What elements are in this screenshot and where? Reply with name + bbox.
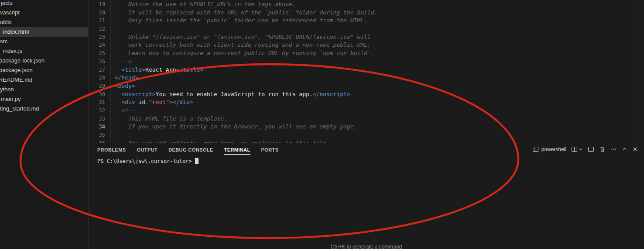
line-number: 29 <box>89 82 105 90</box>
code-line[interactable]: 33 This HTML file is a template. <box>89 115 644 123</box>
sidebar-file-item[interactable]: package-lock.json <box>0 56 88 66</box>
file-label: index.html <box>3 27 29 37</box>
code-line[interactable]: 24 work correctly both with client-side … <box>89 41 644 49</box>
code-line[interactable]: 19 Notice the use of %PUBLIC_URL% in the… <box>89 0 644 9</box>
terminal-instance-powershell[interactable]: powershell <box>532 146 566 152</box>
trash-icon[interactable] <box>599 146 606 152</box>
code-lines: 19 Notice the use of %PUBLIC_URL% in the… <box>89 0 644 143</box>
file-label: README.md <box>0 75 32 85</box>
code-line[interactable]: 22 <box>89 25 644 33</box>
chevron-down-icon <box>579 147 583 152</box>
panel-tabs: PROBLEMSOUTPUTDEBUG CONSOLETERMINALPORTS <box>97 144 278 155</box>
code-line[interactable]: 23 Unlike "/favicon.ico" or "favicon.ico… <box>89 33 644 42</box>
bottom-panel: PROBLEMSOUTPUTDEBUG CONSOLETERMINALPORTS… <box>89 143 644 249</box>
code-text: <noscript>You need to enable JavaScript … <box>108 90 350 99</box>
code-line[interactable]: 21 Only files inside the `public` folder… <box>89 17 644 25</box>
terminal-output[interactable]: PS C:\Users\jsw\.cursor-tutor> <box>89 155 644 164</box>
code-line[interactable]: 31 <div id="root"></div> <box>89 98 644 107</box>
indent-guide <box>110 0 111 143</box>
sidebar-file-item[interactable]: ublic <box>0 17 88 27</box>
code-text: <body> <box>108 82 135 90</box>
file-label: jects <box>1 0 13 8</box>
sidebar-file-item[interactable]: vascript <box>0 8 88 17</box>
code-text: Only files inside the `public` folder ca… <box>108 17 367 25</box>
code-text: <title>React App</title> <box>108 66 203 74</box>
close-panel-icon[interactable] <box>632 146 638 152</box>
sidebar-file-item[interactable]: package.json <box>0 66 88 75</box>
code-text: Unlike "/favicon.ico" or "favicon.ico", … <box>108 33 371 42</box>
line-number: 32 <box>89 107 105 115</box>
sidebar-file-item[interactable]: ting_started.md <box>0 104 88 114</box>
ctrl-k-hint: Ctrl+K to generate a command <box>89 244 644 249</box>
code-text: <div id="root"></div> <box>108 98 193 107</box>
code-line[interactable]: 34 If you open it directly in the browse… <box>89 123 644 131</box>
code-text: Notice the use of %PUBLIC_URL% in the ta… <box>108 0 295 9</box>
split-terminal-icon[interactable] <box>588 146 594 152</box>
editor-scrollbar-gutter[interactable] <box>634 0 634 143</box>
code-line[interactable]: 20 It will be replaced with the URL of t… <box>89 9 644 17</box>
maximize-panel-icon[interactable] <box>622 146 627 152</box>
panel-header: PROBLEMSOUTPUTDEBUG CONSOLETERMINALPORTS… <box>89 143 644 155</box>
sidebar-file-item[interactable]: jects <box>0 0 88 8</box>
sidebar-file-item[interactable]: ython <box>0 85 88 94</box>
code-text: --> <box>108 58 132 66</box>
file-label: ting_started.md <box>0 104 39 114</box>
line-number: 26 <box>89 58 105 66</box>
file-label: index.js <box>3 46 22 56</box>
line-number: 34 <box>89 123 105 131</box>
explorer-sidebar: jectsvascriptublicindex.htmlsrcindex.jsp… <box>0 0 89 249</box>
code-text: It will be replaced with the URL of the … <box>108 9 377 17</box>
file-label: vascript <box>0 8 20 17</box>
code-text: This HTML file is a template. <box>108 115 227 123</box>
code-editor[interactable]: 19 Notice the use of %PUBLIC_URL% in the… <box>89 0 644 143</box>
panel-tab-terminal[interactable]: TERMINAL <box>224 144 250 155</box>
file-label: main.py <box>1 94 21 104</box>
line-number: 28 <box>89 74 105 82</box>
code-line[interactable]: 26 --> <box>89 58 644 66</box>
panel-actions: powershell <box>532 146 638 152</box>
code-line[interactable]: 25 Learn how to configure a non-root pub… <box>89 49 644 58</box>
new-terminal-icon <box>571 146 578 152</box>
code-text: Learn how to configure a non-root public… <box>108 49 374 58</box>
terminal-prompt: PS C:\Users\jsw\.cursor-tutor> <box>97 158 192 164</box>
sidebar-file-item[interactable]: README.md <box>0 75 88 85</box>
code-text: You can add webfonts, meta tags, or anal… <box>108 139 330 143</box>
new-terminal-dropdown[interactable] <box>571 146 583 152</box>
line-number: 36 <box>89 139 105 143</box>
line-number: 27 <box>89 66 105 74</box>
line-number: 30 <box>89 90 105 99</box>
code-line[interactable]: 35 <box>89 131 644 139</box>
panel-tab-problems[interactable]: PROBLEMS <box>97 144 126 155</box>
sidebar-file-item[interactable]: main.py <box>0 94 88 104</box>
line-number: 23 <box>89 33 105 42</box>
panel-tab-output[interactable]: OUTPUT <box>137 144 158 155</box>
code-text: </head> <box>108 74 138 82</box>
code-line[interactable]: 32 <!-- <box>89 107 644 115</box>
code-line[interactable]: 30 <noscript>You need to enable JavaScri… <box>89 90 644 99</box>
terminal-cursor <box>195 158 199 164</box>
file-label: src <box>0 37 7 46</box>
indent-guide <box>121 107 121 143</box>
more-actions-icon[interactable] <box>610 146 617 152</box>
file-label: ython <box>0 85 14 94</box>
line-number: 33 <box>89 115 105 123</box>
panel-tab-debug-console[interactable]: DEBUG CONSOLE <box>168 144 213 155</box>
code-line[interactable]: 27 <title>React App</title> <box>89 66 644 74</box>
code-line[interactable]: 36 You can add webfonts, meta tags, or a… <box>89 139 644 143</box>
panel-tab-ports[interactable]: PORTS <box>261 144 279 155</box>
code-text: <!-- <box>108 107 135 115</box>
sidebar-file-item-selected[interactable]: index.html <box>0 27 88 37</box>
shell-label: powershell <box>541 146 566 152</box>
line-number: 21 <box>89 17 105 25</box>
sidebar-file-item[interactable]: index.js <box>0 46 88 56</box>
code-text: If you open it directly in the browser, … <box>108 123 357 131</box>
code-line[interactable]: 29 <body> <box>89 82 644 90</box>
file-tree: jectsvascriptublicindex.htmlsrcindex.jsp… <box>0 0 88 114</box>
sidebar-file-item[interactable]: src <box>0 37 88 46</box>
file-label: package.json <box>0 66 33 75</box>
line-number: 24 <box>89 41 105 49</box>
indent-guide <box>116 0 116 143</box>
code-line[interactable]: 28 </head> <box>89 74 644 82</box>
terminal-profile-icon <box>532 146 539 152</box>
line-number: 22 <box>89 25 105 33</box>
